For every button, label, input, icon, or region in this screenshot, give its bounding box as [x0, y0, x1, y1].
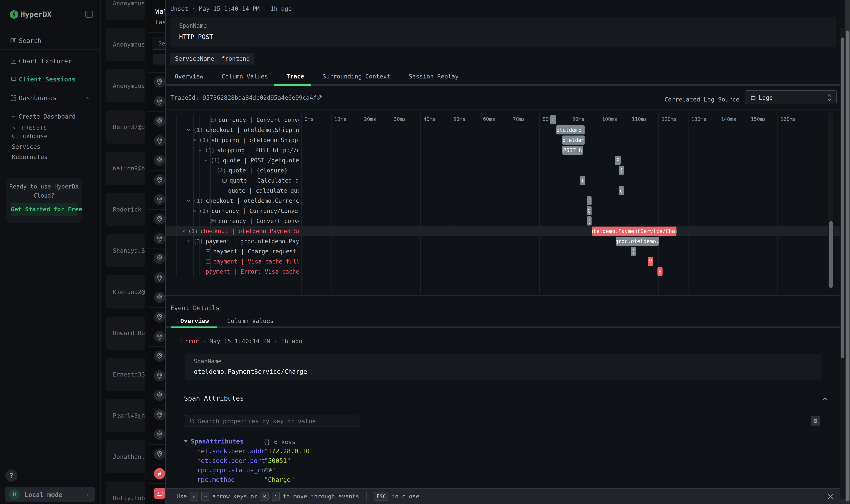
session-card[interactable]: Roderick_S	[106, 193, 145, 226]
chevron-up-icon[interactable]	[821, 396, 829, 403]
sidebar-item-search[interactable]: Search	[0, 34, 101, 47]
waterfall-row[interactable]: payment | Error: Visa cache ful…	[166, 267, 299, 276]
location-pin-icon[interactable]	[154, 390, 165, 401]
span-bar[interactable]: (	[631, 247, 636, 256]
location-pin-icon[interactable]	[154, 370, 165, 381]
location-pin-icon[interactable]	[154, 194, 165, 205]
location-pin-icon[interactable]	[154, 253, 165, 264]
page-scrollbar-thumb[interactable]	[846, 31, 849, 501]
session-card[interactable]: Jonathan.B	[106, 440, 145, 473]
session-card[interactable]: Deion37@gm	[106, 110, 145, 144]
chevron-down-icon[interactable]	[181, 229, 186, 234]
waterfall-row[interactable]: quote | calculate-quote	[166, 185, 299, 196]
location-pin-icon[interactable]	[154, 174, 165, 185]
span-bar-error[interactable]: E	[657, 267, 663, 276]
page-scrollbar[interactable]	[845, 0, 850, 504]
waterfall-row[interactable]: (1)checkout | oteldemo.ShippingSe…	[166, 125, 299, 135]
location-pin-icon[interactable]	[154, 409, 165, 420]
sidebar-item-client-sessions[interactable]: Client Sessions	[0, 73, 101, 86]
attributes-root-row[interactable]: SpanAttributes	[184, 438, 243, 445]
get-started-button[interactable]: Get Started for Free	[11, 203, 77, 216]
span-bar-error[interactable]: V	[648, 257, 653, 266]
location-pin-icon[interactable]	[154, 449, 165, 460]
session-card[interactable]: Ernesto33@	[106, 358, 145, 391]
location-pin-icon[interactable]	[154, 429, 165, 440]
span-bar[interactable]: (	[587, 216, 592, 226]
close-icon[interactable]	[827, 493, 834, 501]
local-mode-menu[interactable]: U Local mode ›	[5, 487, 95, 502]
help-button[interactable]: ?	[5, 469, 17, 482]
waterfall-row[interactable]: (1)shipping | POST http://quo…	[166, 145, 299, 155]
event-tab-overview[interactable]: Overview	[180, 318, 209, 324]
chevron-down-icon[interactable]	[192, 138, 197, 143]
session-card[interactable]: Anonymous	[106, 0, 145, 20]
location-pin-icon[interactable]	[154, 115, 165, 127]
waterfall-row[interactable]: (1)quote | POST /getquote	[166, 155, 299, 165]
modal-scrollbar-thumb[interactable]	[840, 37, 845, 358]
span-bar[interactable]: grpc.oteldemo.	[616, 237, 659, 246]
location-pin-icon[interactable]	[154, 76, 165, 88]
event-tab-column-values[interactable]: Column Values	[227, 318, 274, 324]
waterfall-scrollbar[interactable]	[828, 112, 833, 289]
attribute-row[interactable]: rpc.method"Charge"	[197, 476, 294, 484]
sidebar-item-chart-explorer[interactable]: Chart Explorer	[0, 55, 101, 68]
location-pin-icon[interactable]	[154, 96, 165, 107]
span-bar[interactable]: (	[587, 196, 592, 205]
session-card[interactable]: Pearl43@ho	[106, 399, 145, 432]
terminal-icon[interactable]	[154, 488, 165, 499]
create-dashboard-button[interactable]: + Create Dashboard	[11, 113, 75, 120]
location-pin-icon[interactable]	[154, 350, 165, 362]
location-pin-icon[interactable]	[154, 155, 165, 166]
peek-search-input[interactable]: Sea	[152, 37, 165, 50]
sidebar-item-dashboards[interactable]: Dashboards	[0, 91, 101, 104]
waterfall-row[interactable]: (1)shipping | oteldemo.Shipping…	[166, 135, 299, 145]
preset-item-kubernetes[interactable]: Kubernetes	[12, 152, 92, 162]
location-pin-icon[interactable]	[154, 233, 165, 244]
chevron-down-icon[interactable]	[203, 158, 208, 163]
waterfall-row[interactable]: quote | Calculated q…	[166, 176, 299, 185]
chevron-down-icon[interactable]	[192, 209, 197, 213]
sidebar-collapse-icon[interactable]	[85, 11, 93, 18]
span-bar[interactable]: P	[615, 156, 620, 165]
waterfall-row[interactable]: (1)currency | Currency/Convert	[166, 206, 299, 216]
chevron-down-icon[interactable]	[186, 239, 191, 244]
span-bar[interactable]: oteldemo.	[556, 125, 584, 134]
session-card[interactable]: Howard.Run	[106, 317, 145, 350]
peek-button-fragment[interactable]: H	[153, 54, 165, 65]
waterfall-row[interactable]: payment | Charge request rec…	[166, 246, 299, 256]
location-pin-icon[interactable]	[154, 135, 165, 146]
span-bar-error[interactable]: oteldemo.PaymentService/Char	[592, 227, 676, 236]
span-bar[interactable]: POST h	[562, 146, 583, 155]
location-pin-icon[interactable]	[154, 272, 165, 283]
waterfall-row[interactable]: payment | Visa cache full: c…	[166, 256, 299, 267]
waterfall-scrollbar-thumb[interactable]	[829, 221, 833, 288]
preset-item-services[interactable]: Services	[12, 142, 92, 151]
session-card[interactable]: Kieran92@h	[106, 275, 145, 308]
chevron-down-icon[interactable]	[186, 127, 191, 132]
session-card[interactable]: Dolly.Lubo	[106, 482, 145, 504]
attributes-search-input[interactable]: Search properties by key or value	[185, 415, 359, 427]
waterfall-row[interactable]: currency | Convert convers…	[166, 216, 299, 226]
swap-arrows-icon[interactable]: ⇄	[154, 468, 165, 479]
waterfall-row[interactable]: (3)payment | grpc.oteldemo.Paymen…	[166, 236, 299, 246]
presets-group-toggle[interactable]: PRESETS	[13, 125, 47, 131]
location-pin-icon[interactable]	[154, 214, 165, 224]
location-pin-icon[interactable]	[154, 331, 165, 342]
span-bar[interactable]: C	[587, 206, 592, 215]
span-bar[interactable]: (	[580, 176, 585, 185]
session-card[interactable]: Walton9@ho	[106, 152, 145, 185]
span-bar[interactable]: {	[619, 166, 624, 175]
span-bar[interactable]: (	[550, 115, 556, 124]
waterfall-row[interactable]: (1)checkout | oteldemo.CurrencySe…	[166, 196, 299, 206]
preset-item-clickhouse[interactable]: Clickhouse	[12, 131, 92, 141]
attribute-row[interactable]: net.sock.peer.port"50051"	[197, 457, 291, 466]
modal-scrollbar[interactable]	[840, 28, 845, 499]
location-pin-icon[interactable]	[154, 311, 165, 323]
attribute-row[interactable]: net.sock.peer.addr"172.28.0.10"	[197, 448, 313, 456]
session-card[interactable]: Anonymous	[106, 28, 145, 61]
attribute-row[interactable]: rpc.grpc.status_code"2"	[197, 467, 275, 475]
session-card[interactable]: Shaniya.Sc	[106, 234, 145, 267]
location-pin-icon[interactable]	[154, 292, 165, 303]
span-bar[interactable]: oteldem	[562, 136, 584, 145]
span-bar[interactable]: c	[619, 186, 624, 195]
